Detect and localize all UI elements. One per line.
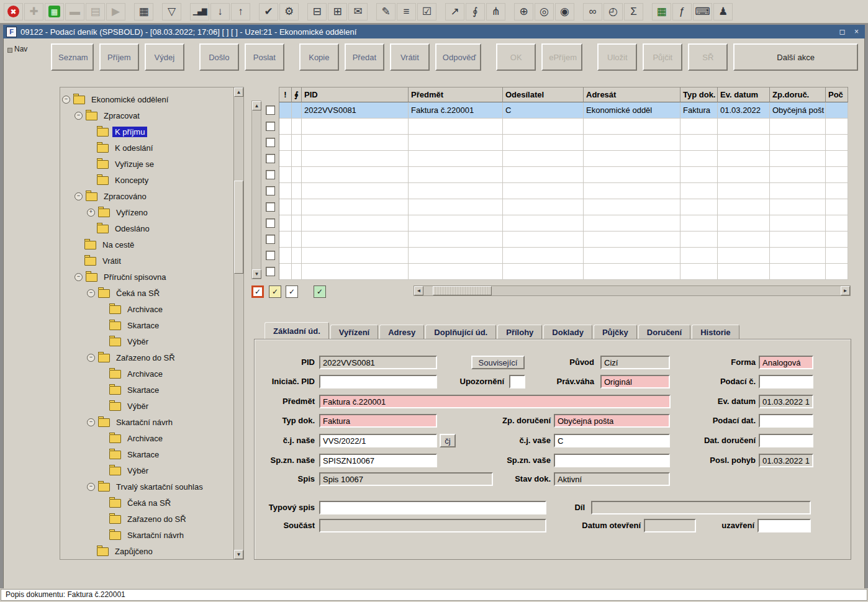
globe-button[interactable]: ⊕ xyxy=(514,3,533,20)
tree-item-vyrizuje-se[interactable]: Vyřizuje se xyxy=(62,156,233,172)
row-select-checkbox[interactable] xyxy=(266,267,275,276)
cj-nase-field[interactable] xyxy=(319,434,437,447)
prav-vaha-field[interactable] xyxy=(600,375,670,389)
scroll-right-button[interactable]: ► xyxy=(841,286,850,295)
tab-doklady[interactable]: Doklady xyxy=(543,325,592,339)
tree-item-skartacni-navrh[interactable]: Skartační návrh xyxy=(62,527,233,543)
tree-scrollbar[interactable]: ▲ ▼ xyxy=(233,88,243,559)
spreadsheet-button[interactable]: ▦ xyxy=(652,3,671,20)
grid-scroll-up-button[interactable]: ▲ xyxy=(252,101,261,110)
close-button[interactable]: ✖ xyxy=(4,3,23,20)
row-select-checkbox[interactable] xyxy=(266,251,275,260)
checklist-button[interactable]: ☑ xyxy=(417,3,436,20)
ulozit-button[interactable]: Uložit xyxy=(597,43,637,71)
hscroll-thumb[interactable] xyxy=(433,286,492,295)
cj-vase-field[interactable] xyxy=(554,434,670,447)
uzavreni-field[interactable] xyxy=(757,519,811,532)
row-select-checkbox[interactable] xyxy=(266,138,275,147)
predmet-field[interactable] xyxy=(319,395,671,408)
zp-doruceni-field[interactable] xyxy=(554,414,670,428)
validate-button[interactable]: ✔ xyxy=(259,3,278,20)
tree-item-ekonomicke-oddeleni[interactable]: −Ekonomické oddělení xyxy=(62,91,233,107)
tree-item-zpracovat[interactable]: −Zpracovat xyxy=(62,107,233,124)
col-header-pid[interactable]: PID xyxy=(302,88,409,102)
prijem-button[interactable]: Příjem xyxy=(99,43,139,71)
grid-row-empty[interactable] xyxy=(279,183,848,199)
print-preview-button[interactable]: ⊞ xyxy=(328,3,347,20)
collapse-handle-icon[interactable]: − xyxy=(75,192,83,200)
upozorneni-field[interactable] xyxy=(509,375,525,389)
predat-button[interactable]: Předat xyxy=(345,43,384,71)
collapse-handle-icon[interactable]: − xyxy=(75,112,83,120)
poslat-button[interactable]: Poslat xyxy=(245,43,284,71)
sort-descending-button[interactable]: ↓ xyxy=(210,3,230,20)
row-select-checkbox[interactable] xyxy=(266,235,275,244)
grid-row-empty[interactable] xyxy=(279,167,848,183)
spzn-nase-field[interactable] xyxy=(319,454,437,467)
grid-row-empty[interactable] xyxy=(279,248,848,264)
tree-item-vyrizeno[interactable]: +Vyřízeno xyxy=(62,204,233,220)
row-select-checkbox[interactable] xyxy=(266,106,275,115)
ok-button[interactable]: OK xyxy=(496,43,536,71)
doslo-button[interactable]: Došlo xyxy=(199,43,239,71)
calendar-button[interactable]: ▦ xyxy=(134,3,153,20)
grid-row-empty[interactable] xyxy=(279,135,848,151)
attachment-button[interactable]: ∮ xyxy=(466,3,485,20)
nav-label[interactable]: Nav xyxy=(14,45,27,53)
collapse-handle-icon[interactable]: − xyxy=(62,96,70,104)
grid-row-empty[interactable] xyxy=(279,151,848,167)
spzn-vase-field[interactable] xyxy=(554,454,670,467)
grid-row-empty[interactable] xyxy=(279,215,848,231)
tree-item-vratit[interactable]: Vrátit xyxy=(62,253,233,269)
merge-button[interactable]: ⋔ xyxy=(486,3,505,20)
kopie-button[interactable]: Kopie xyxy=(299,43,339,71)
sort-ascending-button[interactable]: ↑ xyxy=(231,3,250,20)
remove-button[interactable]: ▬ xyxy=(65,3,84,20)
print-button[interactable]: ⊟ xyxy=(307,3,327,20)
user-button[interactable]: ♟ xyxy=(713,3,733,20)
tree-item-odeslano[interactable]: Odesláno xyxy=(62,220,233,236)
script-button[interactable]: ƒ xyxy=(672,3,692,20)
tree-item-vyber[interactable]: Výběr xyxy=(62,333,233,349)
tree-item-ceka-na-sr[interactable]: Čeká na SŘ xyxy=(62,495,233,511)
stav-dok-field[interactable] xyxy=(554,472,670,486)
tree-item-prirucni-spisovna[interactable]: −Příruční spisovna xyxy=(62,269,233,285)
tab-prilohy[interactable]: Přílohy xyxy=(497,325,542,339)
cj-button[interactable]: čj xyxy=(440,434,456,447)
vratit-button[interactable]: Vrátit xyxy=(390,43,430,71)
add-button[interactable]: ✚ xyxy=(24,3,43,20)
puvod-field[interactable] xyxy=(600,356,670,369)
row-select-checkbox[interactable] xyxy=(266,170,275,179)
row-select-checkbox[interactable] xyxy=(266,154,275,163)
tree-item-koncepty[interactable]: Koncepty xyxy=(62,172,233,188)
grid-vertical-scrollbar[interactable]: ▲ ▼ xyxy=(251,101,261,279)
filter-checkbox-green[interactable]: ✓ xyxy=(314,285,326,298)
eye-button[interactable]: ◉ xyxy=(555,3,574,20)
pujcit-button[interactable]: Půjčit xyxy=(643,43,682,71)
glasses-button[interactable]: ∞ xyxy=(583,3,602,20)
dat-doruceni-field[interactable] xyxy=(759,434,813,447)
scroll-up-button[interactable]: ▲ xyxy=(234,88,243,97)
tree-item-trvaly-skartacni-souhlas[interactable]: −Trvalý skartační souhlas xyxy=(62,478,233,495)
collapse-handle-icon[interactable]: − xyxy=(87,354,95,362)
col-header-typ_dok[interactable]: Typ dok. xyxy=(680,88,718,102)
sigma-button[interactable]: Σ xyxy=(624,3,643,20)
tree-item-archivace[interactable]: Archivace xyxy=(62,430,233,446)
spiral-button[interactable]: ◎ xyxy=(535,3,554,20)
tree-item-na-ceste[interactable]: Na cestě xyxy=(62,236,233,253)
row-select-checkbox[interactable] xyxy=(266,186,275,195)
col-header-predmet[interactable]: Předmět xyxy=(409,88,503,102)
podaci-c-field[interactable] xyxy=(759,375,813,389)
odpoved-button[interactable]: Odpověď xyxy=(435,43,481,71)
restore-window-button[interactable]: ◻ xyxy=(837,27,848,37)
col-header-clip[interactable]: ∮ xyxy=(292,88,302,102)
filter-checkbox-yellow[interactable]: ✓ xyxy=(269,285,281,298)
related-button[interactable]: Související xyxy=(471,356,525,369)
expand-handle-icon[interactable]: + xyxy=(87,209,95,217)
row-select-checkbox[interactable] xyxy=(266,122,275,131)
posl-pohyb-field[interactable] xyxy=(759,454,813,467)
seznam-button[interactable]: Seznam xyxy=(51,43,94,71)
col-header-ev_datum[interactable]: Ev. datum xyxy=(718,88,770,102)
tree-item-zarazeno-do-sr[interactable]: Zařazeno do SŘ xyxy=(62,511,233,527)
tree-item-archivace[interactable]: Archivace xyxy=(62,366,233,382)
